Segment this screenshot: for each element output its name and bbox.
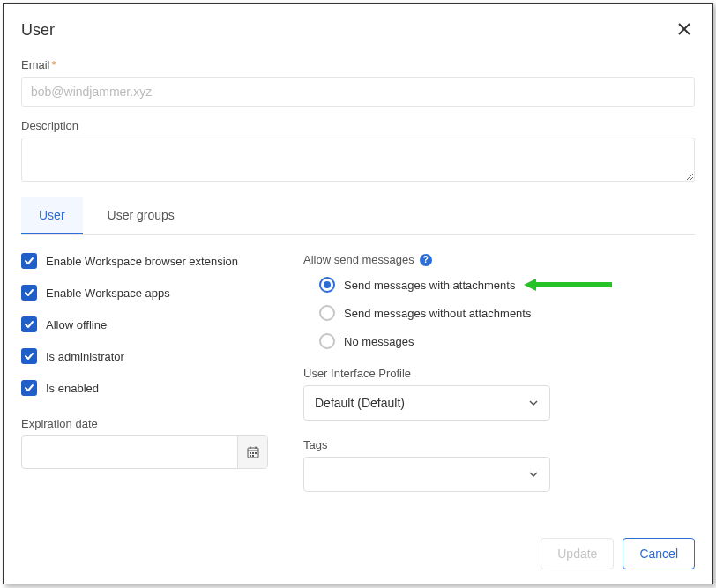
dialog-footer: Update Cancel <box>4 524 712 584</box>
checkmark-icon <box>24 319 34 330</box>
tab-user[interactable]: User <box>21 197 83 234</box>
svg-rect-8 <box>252 455 254 457</box>
dialog-title: User <box>21 21 55 40</box>
help-icon[interactable]: ? <box>420 254 432 266</box>
radio-row-with-attachments: Send messages with attachments <box>303 277 695 293</box>
checkbox-label-apps: Enable Workspace apps <box>46 287 170 300</box>
tags-select-wrap <box>303 457 550 492</box>
left-column: Enable Workspace browser extension Enabl… <box>21 253 286 504</box>
expiration-input[interactable] <box>21 435 268 469</box>
checkbox-label-offline: Allow offline <box>46 318 107 331</box>
checkbox-label-browser-ext: Enable Workspace browser extension <box>46 255 238 268</box>
checkmark-icon <box>24 351 34 361</box>
radio-label-with-attachments: Send messages with attachments <box>344 279 515 292</box>
dialog-body: Email* Description User User groups Enab… <box>4 49 712 524</box>
checkbox-offline[interactable] <box>21 316 37 332</box>
ui-profile-field-group: User Interface Profile Default (Default) <box>303 367 695 421</box>
svg-rect-5 <box>252 452 254 454</box>
expiration-label: Expiration date <box>21 417 286 430</box>
checkbox-apps[interactable] <box>21 285 37 301</box>
svg-rect-6 <box>255 452 257 454</box>
description-label: Description <box>21 119 695 132</box>
send-messages-label: Allow send messages ? <box>303 253 695 266</box>
checkbox-browser-ext[interactable] <box>21 253 37 269</box>
tags-select[interactable] <box>303 457 550 492</box>
tags-label: Tags <box>303 438 695 451</box>
email-input[interactable] <box>21 77 695 107</box>
close-icon <box>677 22 691 36</box>
checkbox-row-enabled: Is enabled <box>21 380 286 396</box>
radio-row-without-attachments: Send messages without attachments <box>303 305 695 321</box>
chevron-down-icon <box>528 469 539 480</box>
calendar-button[interactable] <box>237 436 267 468</box>
expiration-input-wrap <box>21 435 268 469</box>
radio-no-messages[interactable] <box>319 333 335 349</box>
tags-field-group: Tags <box>303 438 695 492</box>
close-button[interactable] <box>674 18 695 42</box>
checkmark-icon <box>24 256 34 266</box>
ui-profile-select-wrap: Default (Default) <box>303 385 550 421</box>
tab-user-groups[interactable]: User groups <box>90 197 192 234</box>
update-button[interactable]: Update <box>541 538 614 569</box>
chevron-down-icon <box>528 398 539 408</box>
radio-label-without-attachments: Send messages without attachments <box>344 307 531 320</box>
description-textarea[interactable] <box>21 138 695 182</box>
user-dialog: User Email* Description User User groups <box>3 3 713 584</box>
tabs: User User groups <box>21 197 695 235</box>
tab-content: Enable Workspace browser extension Enabl… <box>21 253 695 504</box>
checkbox-row-apps: Enable Workspace apps <box>21 285 286 301</box>
required-indicator: * <box>52 58 56 71</box>
checkbox-admin[interactable] <box>21 348 37 364</box>
checkmark-icon <box>24 287 34 298</box>
right-column: Allow send messages ? Send messages with… <box>303 253 695 504</box>
radio-label-no-messages: No messages <box>344 335 414 348</box>
checkmark-icon <box>24 383 34 393</box>
checkbox-enabled[interactable] <box>21 380 37 396</box>
cancel-button[interactable]: Cancel <box>623 538 695 569</box>
checkbox-row-offline: Allow offline <box>21 316 286 332</box>
calendar-icon <box>246 445 260 459</box>
svg-rect-7 <box>250 455 251 457</box>
radio-with-attachments[interactable] <box>319 277 335 293</box>
svg-marker-9 <box>524 279 612 291</box>
description-field-group: Description <box>21 119 695 185</box>
radio-without-attachments[interactable] <box>319 305 335 321</box>
expiration-field-group: Expiration date <box>21 417 286 469</box>
checkbox-label-enabled: Is enabled <box>46 382 99 395</box>
checkbox-row-admin: Is administrator <box>21 348 286 364</box>
radio-row-no-messages: No messages <box>303 333 695 349</box>
svg-rect-4 <box>250 452 251 454</box>
checkbox-label-admin: Is administrator <box>46 350 124 363</box>
dialog-header: User <box>4 4 712 49</box>
email-field-group: Email* <box>21 58 695 107</box>
annotation-arrow <box>524 278 612 292</box>
ui-profile-label: User Interface Profile <box>303 367 695 380</box>
email-label: Email* <box>21 58 695 71</box>
ui-profile-select[interactable]: Default (Default) <box>303 385 550 421</box>
checkbox-row-browser-ext: Enable Workspace browser extension <box>21 253 286 269</box>
